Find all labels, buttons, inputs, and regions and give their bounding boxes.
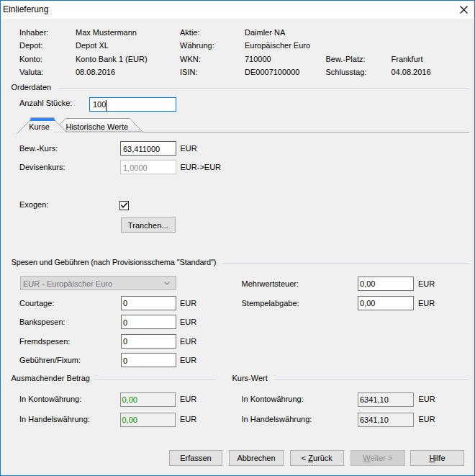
svg-text:Kurse: Kurse [29, 122, 50, 131]
svg-text:Historische Werte: Historische Werte [65, 122, 128, 131]
